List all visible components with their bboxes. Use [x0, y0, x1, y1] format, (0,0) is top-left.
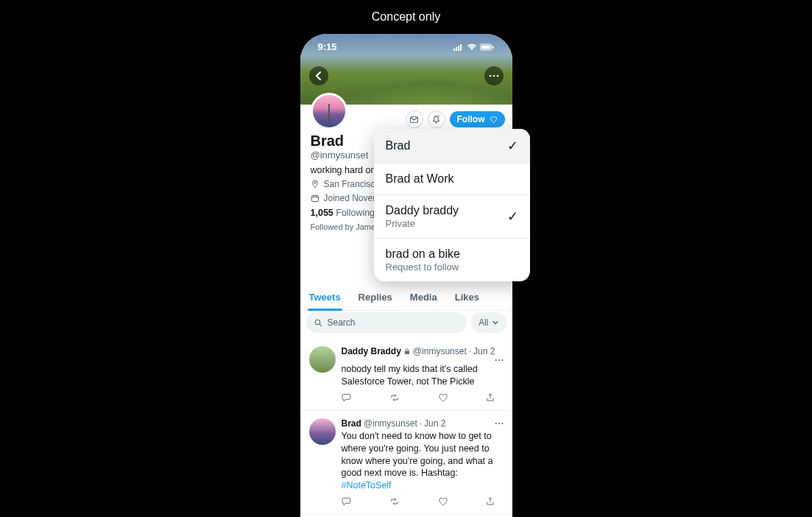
svg-rect-14 — [405, 351, 409, 354]
avatar[interactable] — [311, 93, 347, 130]
svg-point-8 — [493, 75, 495, 77]
status-icons — [453, 43, 495, 51]
search-placeholder: Search — [328, 317, 356, 328]
tweet-avatar[interactable] — [309, 346, 336, 373]
battery-icon — [480, 43, 495, 51]
tweet-avatar[interactable] — [309, 418, 336, 445]
tweet[interactable]: Brad @inmysunset · Jun 2 You don't need … — [300, 411, 512, 515]
status-time: 9:15 — [318, 41, 337, 52]
tab-media[interactable]: Media — [401, 284, 446, 310]
tab-likes[interactable]: Likes — [446, 284, 488, 310]
search-icon — [314, 318, 323, 328]
retweet-icon[interactable] — [389, 393, 400, 403]
svg-rect-1 — [456, 47, 457, 51]
tweet-author: Daddy Braddy — [342, 346, 401, 356]
notify-button[interactable] — [428, 110, 445, 128]
check-icon: ✓ — [507, 138, 518, 154]
share-icon[interactable] — [485, 393, 495, 403]
back-button[interactable] — [309, 66, 328, 85]
tab-replies[interactable]: Replies — [350, 284, 401, 310]
tweet-date: Jun 2 — [473, 346, 495, 356]
signal-icon — [453, 43, 464, 51]
status-bar: 9:15 — [300, 41, 512, 52]
tweet-actions — [342, 393, 496, 403]
message-button[interactable] — [406, 110, 423, 128]
persona-subtitle: Private — [386, 218, 459, 229]
svg-rect-0 — [453, 49, 455, 51]
tweet-separator: · — [420, 418, 422, 429]
svg-rect-6 — [493, 46, 494, 49]
persona-title: Brad — [386, 139, 411, 152]
persona-popover: Brad ✓ Brad at Work Daddy braddy Private… — [374, 129, 530, 281]
persona-option[interactable]: Brad at Work — [374, 163, 530, 195]
search-input[interactable]: Search — [306, 312, 467, 333]
tweet-date: Jun 2 — [424, 418, 445, 429]
persona-title: Brad at Work — [386, 172, 454, 186]
tweet-actions — [342, 496, 496, 507]
profile-tabs: Tweets Replies Media Likes — [300, 284, 512, 311]
svg-point-9 — [496, 75, 498, 77]
svg-rect-5 — [481, 45, 490, 49]
tweet-feed: Daddy Braddy @inmysunset · Jun 2 nobody … — [300, 339, 512, 517]
heart-icon — [490, 116, 498, 124]
following-label: Following — [336, 208, 375, 218]
svg-point-20 — [501, 423, 503, 424]
reply-icon[interactable] — [342, 393, 352, 403]
svg-point-18 — [495, 423, 496, 424]
tweet-author: Brad — [342, 418, 361, 429]
following-count: 1,055 — [311, 208, 333, 218]
svg-rect-2 — [458, 46, 459, 51]
calendar-icon — [311, 194, 319, 203]
persona-title: Daddy braddy — [386, 204, 459, 217]
profile-action-row: Follow — [406, 110, 505, 128]
svg-point-11 — [314, 182, 316, 184]
follow-button[interactable]: Follow — [450, 111, 505, 127]
svg-point-16 — [498, 359, 499, 361]
tweet-handle: @inmysunset — [413, 346, 467, 356]
tweet-text: You don't need to know how to get to whe… — [342, 430, 504, 492]
persona-title: brad on a bike — [386, 247, 460, 261]
svg-point-19 — [498, 423, 499, 424]
like-icon[interactable] — [438, 496, 448, 507]
tweet-more-icon[interactable] — [495, 359, 504, 362]
follow-button-label: Follow — [457, 114, 485, 124]
svg-point-15 — [495, 359, 496, 361]
search-row: Search All — [306, 312, 506, 333]
svg-point-7 — [489, 75, 491, 77]
more-options-button[interactable] — [484, 66, 504, 85]
svg-point-13 — [315, 320, 320, 325]
persona-subtitle: Request to follow — [386, 261, 460, 272]
svg-point-17 — [501, 359, 503, 361]
tweet-text: nobody tell my kids that it's called Sal… — [342, 363, 504, 388]
tweet-separator: · — [469, 346, 471, 356]
tweet-more-icon[interactable] — [495, 422, 504, 425]
reply-icon[interactable] — [342, 496, 352, 507]
retweet-icon[interactable] — [389, 496, 400, 507]
svg-rect-12 — [311, 196, 318, 202]
wifi-icon — [467, 43, 477, 51]
location-icon — [311, 180, 319, 189]
hashtag[interactable]: #NoteToSelf — [342, 480, 392, 490]
persona-option[interactable]: brad on a bike Request to follow — [374, 239, 530, 281]
chevron-down-icon — [492, 319, 499, 326]
tweet-handle: @inmysunset — [364, 418, 417, 429]
profile-location: San Francisco — [324, 179, 381, 189]
svg-rect-3 — [460, 44, 462, 51]
lock-icon — [403, 348, 411, 355]
filter-label: All — [479, 317, 488, 328]
like-icon[interactable] — [438, 393, 448, 403]
tweet[interactable]: Daddy Braddy @inmysunset · Jun 2 nobody … — [300, 339, 512, 411]
concept-label: Concept only — [372, 10, 440, 24]
share-icon[interactable] — [485, 496, 495, 507]
tab-tweets[interactable]: Tweets — [300, 284, 350, 310]
filter-dropdown[interactable]: All — [471, 312, 506, 333]
check-icon: ✓ — [507, 208, 518, 225]
persona-option[interactable]: Daddy braddy Private ✓ — [374, 195, 530, 239]
persona-option[interactable]: Brad ✓ — [374, 129, 530, 163]
